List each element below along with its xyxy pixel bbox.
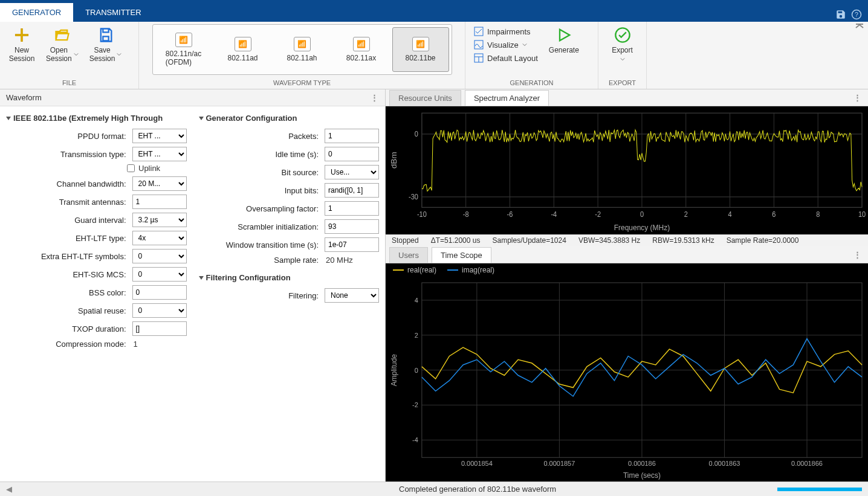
default-layout-button[interactable]: Default Layout — [470, 52, 542, 64]
floppy-icon — [97, 27, 114, 43]
collapse-ribbon-icon[interactable] — [855, 22, 864, 31]
section-filtering-config[interactable]: Filtering Configuration — [199, 273, 380, 282]
wifi-icon: 📶 — [412, 37, 429, 51]
waveform-80211ad[interactable]: 📶 802.11ad — [215, 27, 271, 72]
svg-text:-10: -10 — [417, 210, 427, 218]
svg-text:4: 4 — [728, 210, 733, 218]
waveform-80211ax[interactable]: 📶 802.11ax — [333, 27, 390, 72]
channel-bandwidth-select[interactable]: 20 M... — [132, 176, 187, 191]
svg-text:-8: -8 — [463, 210, 469, 218]
panel-menu-icon[interactable]: ⋮ — [853, 93, 862, 102]
transmit-antennas-input[interactable] — [132, 195, 187, 209]
ribbon-group-generation-label: GENERATION — [465, 78, 598, 89]
impairments-button[interactable]: Impairments — [470, 25, 542, 37]
nav-back-icon[interactable]: ◀ — [6, 485, 12, 494]
guard-interval-label: Guard interval: — [6, 216, 132, 225]
tab-transmitter[interactable]: TRANSMITTER — [73, 3, 153, 22]
ppdu-format-select[interactable]: EHT ... — [132, 129, 187, 143]
svg-text:-6: -6 — [507, 210, 513, 218]
oversampling-label: Oversampling factor: — [199, 204, 325, 213]
panel-menu-icon[interactable]: ⋮ — [853, 250, 862, 259]
triangle-down-icon — [6, 117, 11, 120]
visualize-icon — [474, 40, 484, 50]
compression-mode-value: 1 — [132, 340, 187, 349]
waveform-80211nac[interactable]: 📶 802.11n/ac(OFDM) — [155, 27, 212, 72]
svg-text:-4: -4 — [551, 210, 557, 218]
svg-text:dBm: dBm — [390, 152, 398, 169]
svg-text:0: 0 — [415, 366, 418, 373]
chevron-down-icon — [620, 57, 625, 62]
chevron-down-icon — [117, 52, 121, 57]
tab-spectrum-analyzer[interactable]: Spectrum Analyzer — [465, 90, 549, 106]
bss-color-label: BSS color: — [6, 288, 132, 297]
bss-color-input[interactable] — [132, 285, 187, 300]
waveform-type-selector: 📶 802.11n/ac(OFDM) 📶 802.11ad 📶 802.11ah… — [152, 24, 452, 75]
panel-menu-icon[interactable]: ⋮ — [371, 93, 379, 102]
sample-rate-label: Sample rate: — [199, 256, 325, 265]
check-circle-icon — [614, 27, 631, 43]
uplink-checkbox[interactable] — [127, 164, 135, 172]
eht-sig-mcs-select[interactable]: 0 — [132, 267, 187, 282]
guard-interval-select[interactable]: 3.2 µs — [132, 213, 187, 227]
help-icon[interactable]: ? — [851, 9, 862, 22]
extra-eht-ltf-label: Extra EHT-LTF symbols: — [6, 252, 132, 261]
plus-icon — [13, 27, 30, 43]
window-transition-input[interactable] — [325, 237, 379, 252]
spectrum-status-bar: Stopped ΔT=51.2000 us Samples/Update=102… — [386, 234, 868, 246]
idle-time-input[interactable] — [325, 147, 379, 161]
transmission-type-label: Transmission type: — [6, 150, 132, 159]
tab-resource-units[interactable]: Resource Units — [389, 90, 461, 106]
status-message: Completed generation of 802.11be wavefor… — [399, 485, 556, 494]
chevron-down-icon — [522, 42, 527, 47]
open-session-button[interactable]: OpenSession — [42, 24, 82, 66]
section-ieee80211be[interactable]: IEEE 802.11be (Extremely High Through — [6, 114, 187, 123]
ppdu-format-label: PPDU format: — [6, 132, 132, 141]
transmission-type-select[interactable]: EHT ... — [132, 147, 187, 161]
svg-text:Frequency (MHz): Frequency (MHz) — [614, 224, 670, 233]
txop-duration-input[interactable] — [132, 321, 187, 336]
uplink-label: Uplink — [138, 164, 160, 173]
input-bits-input[interactable] — [325, 183, 379, 198]
waveform-80211ah[interactable]: 📶 802.11ah — [274, 27, 331, 72]
folder-open-icon — [54, 27, 71, 43]
export-button[interactable]: Export — [606, 24, 640, 64]
svg-text:Time (secs): Time (secs) — [623, 471, 661, 480]
packets-input[interactable] — [325, 129, 379, 143]
scrambler-init-input[interactable] — [325, 219, 379, 234]
extra-eht-ltf-select[interactable]: 0 — [132, 249, 187, 263]
tab-users[interactable]: Users — [389, 247, 428, 263]
window-transition-label: Window transition time (s): — [199, 240, 325, 250]
bit-source-label: Bit source: — [199, 168, 325, 177]
bit-source-select[interactable]: Use... — [325, 165, 379, 179]
wifi-icon: 📶 — [294, 37, 311, 51]
svg-text:0.0001863: 0.0001863 — [709, 460, 740, 467]
filtering-label: Filtering: — [199, 291, 325, 300]
layout-icon — [474, 53, 484, 63]
tab-time-scope[interactable]: Time Scope — [432, 247, 491, 263]
svg-text:2: 2 — [415, 332, 418, 339]
svg-text:0.0001854: 0.0001854 — [461, 460, 493, 467]
idle-time-label: Idle time (s): — [199, 150, 325, 159]
svg-text:-2: -2 — [595, 210, 601, 218]
ribbon-group-export-label: EXPORT — [598, 78, 646, 89]
waveform-80211be[interactable]: 📶 802.11be — [392, 27, 449, 72]
spatial-reuse-select[interactable]: 0 — [132, 303, 187, 318]
tab-generator[interactable]: GENERATOR — [0, 3, 73, 22]
spectrum-chart: -300-10-8-6-4-20246810Frequency (MHz)dBm — [386, 106, 868, 234]
spatial-reuse-label: Spatial reuse: — [6, 306, 132, 315]
ribbon-group-waveform-label: WAVEFORM TYPE — [139, 78, 465, 89]
section-generator-config[interactable]: Generator Configuration — [199, 114, 380, 123]
svg-text:0: 0 — [415, 130, 419, 138]
svg-text:0.0001857: 0.0001857 — [543, 460, 575, 467]
filtering-select[interactable]: None — [325, 288, 379, 303]
generate-button[interactable]: Generate — [545, 24, 583, 57]
save-icon[interactable] — [835, 9, 846, 22]
oversampling-input[interactable] — [325, 201, 379, 216]
wifi-icon: 📶 — [235, 37, 251, 51]
visualize-button[interactable]: Visualize — [470, 39, 542, 51]
new-session-button[interactable]: NewSession — [5, 24, 39, 66]
eht-ltf-type-select[interactable]: 4x — [132, 231, 187, 245]
legend-swatch-real — [393, 269, 404, 271]
save-session-button[interactable]: SaveSession — [86, 24, 126, 66]
svg-text:-4: -4 — [412, 436, 418, 443]
